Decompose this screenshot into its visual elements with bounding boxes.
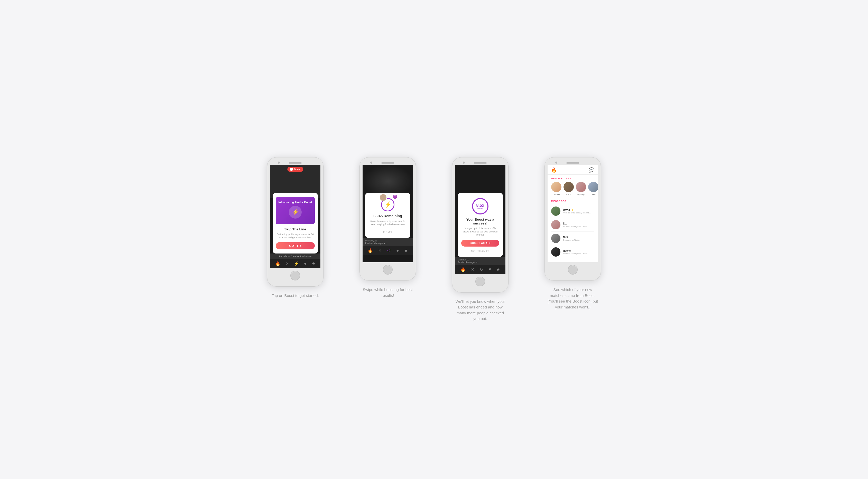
home-button-2[interactable] (383, 265, 393, 275)
screen-footer-3: Michael, 21 Product Manager a... (455, 257, 505, 265)
boost-active-icon[interactable]: ⏱ (387, 248, 391, 253)
phone-screen-3: 8.5x VIEWS Your Boost was a success! You… (455, 165, 505, 274)
views-circle: 8.5x VIEWS (472, 198, 489, 215)
views-number: 8.5x (476, 203, 484, 207)
camera-icon-2 (370, 162, 372, 164)
match-avatar-brittany (551, 182, 561, 192)
boost-skip-title: Skip The Line (276, 227, 315, 231)
boost-again-button[interactable]: BOOST AGAIN (461, 240, 499, 247)
match-item-kayleigh[interactable]: Kayleigh (576, 182, 586, 195)
msg-text-david: ↩ I'll be flying to Italy tonight... (563, 212, 594, 214)
boost-toggle[interactable]: Boost (287, 167, 303, 172)
footer-name-2: Michael, 21 (365, 240, 377, 242)
tinder-flame-icon: 🔥 (551, 167, 557, 173)
match-item-brittany[interactable]: Brittany (551, 182, 561, 195)
okay-button[interactable]: OKAY (383, 230, 393, 234)
msg-avatar-rachel (551, 247, 560, 257)
phone-4: 🔥 💬 NEW MATCHES Brittany Erica (545, 157, 601, 281)
screen-footer-1: Founder at Creative Productore (270, 254, 320, 259)
boost-intro-title: Introducing Tinder Boost (278, 200, 312, 204)
match-name-brittany: Brittany (553, 193, 560, 195)
tinder-chat-icon[interactable]: 💬 (589, 167, 594, 173)
heart-float-icon: 💜 (392, 195, 398, 200)
x-icon-3[interactable]: ✕ (471, 267, 474, 272)
success-card: 8.5x VIEWS Your Boost was a success! You… (458, 193, 503, 257)
home-button-4[interactable] (568, 265, 578, 275)
star-icon[interactable]: ★ (312, 261, 315, 266)
msg-content-nick: Nick Designer at Tinder (563, 236, 594, 241)
x-icon[interactable]: ✕ (285, 261, 289, 266)
phone-bottom-1 (270, 268, 320, 284)
fire-icon-2[interactable]: 🔥 (368, 248, 373, 253)
tinder-header: 🔥 💬 (548, 165, 598, 174)
phone-bottom-2 (363, 262, 413, 278)
heart-icon[interactable]: ♥ (304, 261, 307, 266)
camera-icon (278, 162, 280, 164)
star-icon-2[interactable]: ★ (404, 248, 408, 253)
message-item-rachel[interactable]: Rachel Product Manager at Tinder (551, 245, 594, 259)
msg-name-david: David ⚡ (563, 209, 594, 212)
heart-icon-3[interactable]: ♥ (489, 267, 491, 272)
phone-screen-1: Boost Introducing Tinder Boost ⚡ Skip Th… (270, 165, 320, 268)
msg-name-rachel: Rachel (563, 249, 594, 252)
x-icon-2[interactable]: ✕ (378, 248, 381, 253)
views-label: VIEWS (477, 207, 483, 209)
match-name-erica: Erica (566, 193, 571, 195)
boost-intro-card: Introducing Tinder Boost ⚡ Skip The Line… (273, 193, 318, 254)
star-icon-3[interactable]: ★ (496, 267, 500, 272)
match-avatar-claire (588, 182, 598, 192)
got-it-button[interactable]: GOT IT! (276, 242, 315, 249)
speaker-2 (381, 162, 394, 164)
bottom-bar-2: 🔥 ✕ ⏱ ♥ ★ (363, 246, 413, 255)
phone-top-bar-4 (548, 160, 598, 165)
lightning-icon[interactable]: ⚡ (294, 261, 299, 266)
refresh-icon[interactable]: ↻ (480, 267, 483, 272)
home-button-1[interactable] (290, 271, 300, 281)
caption-3: We'll let you know when your Boost has e… (455, 299, 506, 322)
success-title: Your Boost was a success! (461, 218, 499, 225)
matches-row: Brittany Erica Kayleigh Claire (551, 182, 594, 195)
phone-column-1: Boost Introducing Tinder Boost ⚡ Skip Th… (254, 157, 336, 299)
phone-column-4: 🔥 💬 NEW MATCHES Brittany Erica (532, 157, 614, 310)
match-item-erica[interactable]: Erica (563, 182, 574, 195)
msg-avatar-nick (551, 234, 560, 243)
msg-text-nick: Designer at Tinder (563, 239, 594, 241)
phone-top-bar-3 (455, 160, 505, 165)
phone-column-2: ⚡ 💜 08:45 Remaining You're being seen by… (347, 157, 429, 298)
fire-icon[interactable]: 🔥 (275, 261, 280, 266)
boost-timer-icon: ⚡ 💜 (381, 198, 395, 212)
boost-card-header: Introducing Tinder Boost ⚡ (276, 197, 315, 224)
caption-1: Tap on Boost to get started. (272, 293, 319, 299)
phone-bottom-3 (455, 274, 505, 289)
caption-4: See which of your new matches came from … (547, 287, 598, 310)
boost-lightning-icon: ⚡ (289, 206, 302, 219)
camera-icon-3 (463, 162, 465, 164)
fire-icon-3[interactable]: 🔥 (461, 267, 466, 272)
heart-icon-2[interactable]: ♥ (396, 248, 399, 253)
match-item-claire[interactable]: Claire (588, 182, 598, 195)
message-item-david[interactable]: David ⚡ ↩ I'll be flying to Italy tonigh… (551, 204, 594, 218)
speaker (289, 162, 302, 164)
messages-section: MESSAGES David ⚡ ↩ I'll be flying to Ita… (548, 198, 598, 260)
msg-avatar-david (551, 206, 560, 216)
message-item-liz[interactable]: Liz Product Manager at Tinder (551, 218, 594, 232)
msg-avatar-liz (551, 220, 560, 229)
msg-content-liz: Liz Product Manager at Tinder (563, 222, 594, 228)
timer-desc: You're being seen by more people. Keep s… (369, 220, 407, 226)
main-container: Boost Introducing Tinder Boost ⚡ Skip Th… (254, 157, 614, 322)
timer-display: 08:45 Remaining (369, 214, 407, 218)
bottom-bar-3: 🔥 ✕ ↻ ♥ ★ (455, 265, 505, 274)
msg-content-rachel: Rachel Product Manager at Tinder (563, 249, 594, 255)
home-button-3[interactable] (475, 277, 485, 286)
match-avatar-erica (563, 182, 574, 192)
new-matches-label: NEW MATCHES (551, 177, 594, 180)
footer-title-2: Product Manager a... (365, 242, 387, 245)
message-item-nick[interactable]: Nick Designer at Tinder (551, 232, 594, 245)
match-name-claire: Claire (591, 193, 596, 195)
phone-top-bar-1 (270, 160, 320, 165)
match-name-kayleigh: Kayleigh (577, 193, 585, 195)
msg-text-liz: Product Manager at Tinder (563, 225, 594, 228)
phone-screen-2: ⚡ 💜 08:45 Remaining You're being seen by… (363, 165, 413, 262)
no-thanks-button[interactable]: NO, THANKS (461, 250, 499, 253)
profile-float-avatar (379, 194, 387, 201)
